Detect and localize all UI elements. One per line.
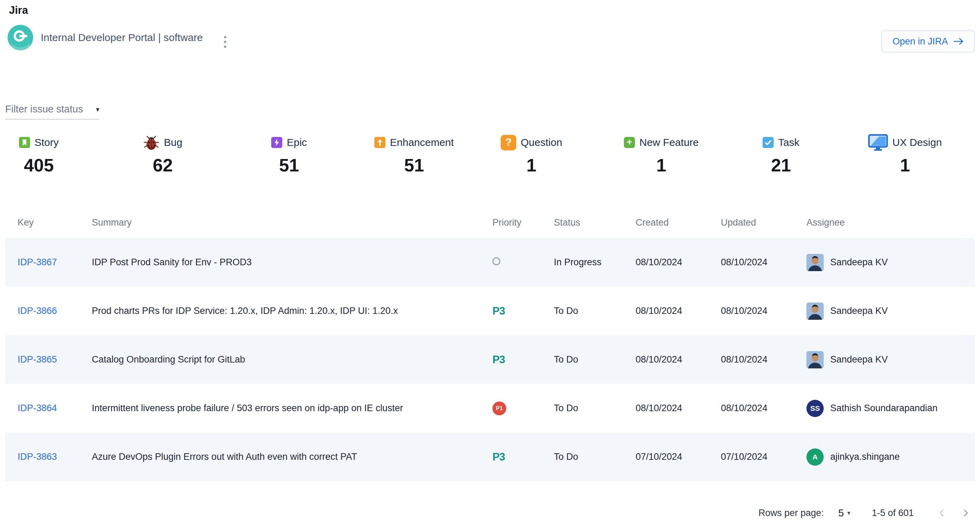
- assignee-avatar: [807, 254, 824, 271]
- counter-value: 1: [501, 155, 562, 176]
- filter-issue-status-select[interactable]: Filter issue status ▾: [5, 103, 99, 119]
- rows-per-page-label: Rows per page:: [759, 508, 824, 519]
- counter-label: New Feature: [640, 136, 699, 148]
- open-in-jira-label: Open in JIRA: [892, 36, 948, 47]
- new-feature-icon: +: [624, 137, 635, 148]
- issue-updated: 07/10/2024: [721, 452, 807, 462]
- counter-epic: Epic 51: [271, 133, 307, 176]
- table-row: IDP-3866 Prod charts PRs for IDP Service…: [5, 287, 975, 335]
- counter-label: Task: [778, 136, 800, 148]
- rows-per-page-select[interactable]: 5 ▾: [838, 508, 850, 519]
- counter-label: Enhancement: [390, 136, 454, 148]
- jira-plugin-card: Jira Internal Developer Portal | softwar…: [0, 0, 980, 525]
- assignee-name: Sathish Soundarapandian: [830, 403, 937, 414]
- task-icon: [763, 137, 774, 148]
- counter-value: 51: [374, 155, 454, 176]
- assignee-name: Sandeepa KV: [830, 354, 888, 365]
- issue-updated: 08/10/2024: [721, 257, 807, 268]
- priority-p3-icon: P3: [492, 354, 505, 366]
- issue-status: To Do: [554, 403, 636, 414]
- assignee-name: Sandeepa KV: [830, 306, 888, 316]
- epic-icon: [271, 137, 282, 148]
- issue-created: 08/10/2024: [636, 403, 721, 414]
- counter-label: Story: [35, 136, 59, 148]
- project-avatar-icon: [8, 25, 33, 50]
- counter-label: Epic: [287, 136, 307, 148]
- issue-key-link[interactable]: IDP-3864: [18, 403, 57, 413]
- table-header-row: Key Summary Priority Status Created Upda…: [5, 207, 975, 238]
- issue-key-link[interactable]: IDP-3863: [18, 452, 57, 462]
- issue-created: 08/10/2024: [636, 354, 721, 365]
- issue-status: In Progress: [554, 257, 636, 268]
- priority-none-icon: [492, 257, 500, 265]
- issue-summary: Prod charts PRs for IDP Service: 1.20.x,…: [92, 306, 492, 316]
- priority-p3-icon: P3: [492, 451, 505, 463]
- table-row: IDP-3865 Catalog Onboarding Script for G…: [5, 335, 975, 384]
- issue-key-link[interactable]: IDP-3867: [18, 257, 57, 267]
- counter-story: Story 405: [19, 133, 59, 176]
- filter-issue-status-label: Filter issue status: [5, 103, 83, 115]
- counter-new-feature: + New Feature 1: [624, 133, 699, 176]
- counter-value: 62: [143, 155, 182, 176]
- table-row: IDP-3867 IDP Post Prod Sanity for Env - …: [5, 238, 975, 287]
- counter-value: 1: [624, 155, 699, 176]
- counter-label: UX Design: [892, 136, 942, 148]
- table-row: IDP-3863 Azure DevOps Plugin Errors out …: [5, 433, 975, 481]
- issue-created: 07/10/2024: [636, 452, 721, 462]
- ux-design-icon: [868, 134, 888, 151]
- chevron-right-icon: [961, 508, 971, 518]
- issue-key-link[interactable]: IDP-3865: [18, 354, 57, 365]
- issue-status: To Do: [554, 354, 636, 365]
- pagination-bar: Rows per page: 5 ▾ 1-5 of 601: [759, 502, 975, 524]
- counter-task: Task 21: [763, 133, 800, 176]
- pagination-range: 1-5 of 601: [872, 508, 914, 519]
- issue-status: To Do: [554, 452, 636, 462]
- issue-created: 08/10/2024: [636, 306, 721, 316]
- counter-question: ? Question 1: [501, 133, 562, 176]
- issue-updated: 08/10/2024: [721, 403, 807, 414]
- table-row: IDP-3864 Intermittent liveness probe fai…: [5, 384, 975, 433]
- rows-per-page-value: 5: [838, 508, 844, 519]
- column-header-created: Created: [636, 217, 721, 228]
- next-page-button[interactable]: [957, 504, 975, 522]
- issues-table: Key Summary Priority Status Created Upda…: [5, 207, 975, 481]
- assignee-name: ajinkya.shingane: [830, 452, 900, 462]
- counter-value: 51: [271, 155, 307, 176]
- open-in-jira-button[interactable]: Open in JIRA: [881, 30, 975, 52]
- counter-label: Question: [521, 136, 562, 148]
- counter-value: 21: [763, 155, 800, 176]
- counter-enhancement: Enhancement 51: [374, 133, 454, 176]
- priority-p1-icon: P1: [492, 401, 506, 415]
- chevron-left-icon: [937, 508, 947, 518]
- issue-status: To Do: [554, 306, 636, 316]
- caret-down-icon: ▾: [96, 105, 99, 114]
- issue-updated: 08/10/2024: [721, 354, 807, 365]
- column-header-summary: Summary: [92, 217, 492, 228]
- assignee-avatar-initials: SS: [807, 400, 824, 417]
- assignee-avatar: [807, 351, 824, 368]
- priority-p3-icon: P3: [492, 305, 505, 317]
- assignee-avatar-initials: A: [807, 449, 824, 466]
- kebab-menu-icon[interactable]: [223, 35, 228, 49]
- counter-bug: Bug 62: [143, 133, 182, 176]
- counter-value: 1: [868, 155, 942, 176]
- project-name: Internal Developer Portal | software: [41, 32, 203, 43]
- counter-ux-design: UX Design 1: [868, 133, 942, 176]
- column-header-updated: Updated: [721, 217, 807, 228]
- column-header-assignee: Assignee: [807, 217, 975, 228]
- assignee-avatar: [807, 303, 824, 320]
- issue-updated: 08/10/2024: [721, 306, 807, 316]
- issue-type-counters: Story 405 Bug 62: [0, 133, 980, 192]
- project-header: Internal Developer Portal | software: [8, 25, 203, 50]
- issue-summary: Intermittent liveness probe failure / 50…: [92, 403, 492, 414]
- bug-icon: [143, 135, 159, 151]
- story-icon: [19, 137, 30, 148]
- issue-key-link[interactable]: IDP-3866: [18, 306, 57, 316]
- issue-created: 08/10/2024: [636, 257, 721, 268]
- counter-value: 405: [19, 155, 59, 176]
- column-header-key: Key: [18, 217, 92, 228]
- column-header-status: Status: [554, 217, 636, 228]
- caret-down-icon: ▾: [847, 509, 850, 517]
- issue-summary: Azure DevOps Plugin Errors out with Auth…: [92, 452, 492, 462]
- previous-page-button[interactable]: [933, 504, 951, 522]
